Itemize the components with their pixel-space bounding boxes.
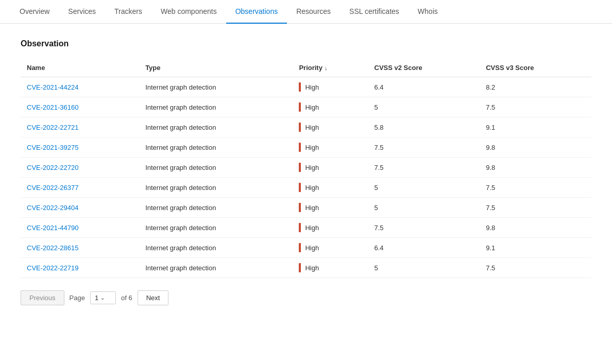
row-cvss-v2: 7.5 bbox=[368, 218, 480, 238]
of-total-pages: of 6 bbox=[121, 294, 132, 302]
row-type: Internet graph detection bbox=[139, 77, 293, 97]
priority-label: High bbox=[305, 83, 319, 91]
row-cvss-v2: 6.4 bbox=[368, 238, 480, 258]
row-priority: High bbox=[293, 77, 368, 97]
row-cvss-v2: 5 bbox=[368, 198, 480, 218]
main-content: Observation NameTypePriority↓CVSS v2 Sco… bbox=[0, 24, 612, 321]
row-name: CVE-2022-22719 bbox=[21, 258, 139, 278]
section-title: Observation bbox=[21, 39, 591, 48]
row-cvss-v3: 9.1 bbox=[480, 238, 591, 258]
cve-link[interactable]: CVE-2022-22719 bbox=[27, 264, 78, 272]
nav-tabs: OverviewServicesTrackersWeb componentsOb… bbox=[0, 0, 612, 24]
row-name: CVE-2022-22720 bbox=[21, 158, 139, 178]
row-name: CVE-2022-22721 bbox=[21, 117, 139, 137]
row-priority: High bbox=[293, 238, 368, 258]
priority-indicator bbox=[299, 243, 301, 252]
cve-link[interactable]: CVE-2022-22720 bbox=[27, 164, 78, 171]
nav-tab-trackers[interactable]: Trackers bbox=[105, 0, 151, 24]
priority-indicator bbox=[299, 163, 301, 172]
priority-label: High bbox=[305, 164, 319, 171]
page-label: Page bbox=[70, 294, 85, 302]
row-type: Internet graph detection bbox=[139, 117, 293, 137]
table-row: CVE-2021-44224Internet graph detectionHi… bbox=[21, 77, 591, 97]
cve-link[interactable]: CVE-2022-22721 bbox=[27, 124, 78, 131]
row-cvss-v3: 7.5 bbox=[480, 178, 591, 198]
cve-link[interactable]: CVE-2021-36160 bbox=[27, 103, 78, 111]
row-priority: High bbox=[293, 97, 368, 117]
row-name: CVE-2022-29404 bbox=[21, 198, 139, 218]
row-cvss-v3: 9.8 bbox=[480, 218, 591, 238]
priority-indicator bbox=[299, 143, 301, 152]
table-row: CVE-2022-22720Internet graph detectionHi… bbox=[21, 158, 591, 178]
priority-label: High bbox=[305, 144, 319, 151]
row-cvss-v2: 5.8 bbox=[368, 117, 480, 137]
table-row: CVE-2021-44790Internet graph detectionHi… bbox=[21, 218, 591, 238]
priority-label: High bbox=[305, 103, 319, 111]
row-name: CVE-2021-44224 bbox=[21, 77, 139, 97]
row-cvss-v3: 9.8 bbox=[480, 137, 591, 158]
row-cvss-v2: 7.5 bbox=[368, 137, 480, 158]
row-name: CVE-2021-39275 bbox=[21, 137, 139, 158]
current-page: 1 bbox=[95, 294, 98, 302]
row-priority: High bbox=[293, 117, 368, 137]
row-priority: High bbox=[293, 218, 368, 238]
priority-indicator bbox=[299, 203, 301, 212]
row-type: Internet graph detection bbox=[139, 218, 293, 238]
cve-link[interactable]: CVE-2021-44790 bbox=[27, 224, 78, 232]
row-type: Internet graph detection bbox=[139, 258, 293, 278]
priority-indicator bbox=[299, 263, 301, 272]
row-cvss-v2: 6.4 bbox=[368, 77, 480, 97]
col-header-cvss_v2: CVSS v2 Score bbox=[368, 59, 480, 77]
priority-indicator bbox=[299, 183, 301, 192]
priority-label: High bbox=[305, 264, 319, 272]
row-cvss-v3: 7.5 bbox=[480, 97, 591, 117]
cve-link[interactable]: CVE-2022-29404 bbox=[27, 204, 78, 212]
nav-tab-whois[interactable]: Whois bbox=[409, 0, 447, 24]
nav-tab-observations[interactable]: Observations bbox=[226, 0, 287, 24]
pagination: Previous Page 1 ⌄ of 6 Next bbox=[21, 290, 591, 305]
priority-label: High bbox=[305, 204, 319, 212]
page-select[interactable]: 1 ⌄ bbox=[90, 291, 116, 304]
col-header-cvss_v3: CVSS v3 Score bbox=[480, 59, 591, 77]
observations-table: NameTypePriority↓CVSS v2 ScoreCVSS v3 Sc… bbox=[21, 59, 591, 278]
row-cvss-v3: 9.8 bbox=[480, 158, 591, 178]
cve-link[interactable]: CVE-2021-39275 bbox=[27, 144, 78, 151]
nav-tab-web-components[interactable]: Web components bbox=[151, 0, 226, 24]
row-cvss-v3: 7.5 bbox=[480, 198, 591, 218]
next-button[interactable]: Next bbox=[138, 290, 169, 305]
cve-link[interactable]: CVE-2022-28615 bbox=[27, 244, 78, 252]
row-priority: High bbox=[293, 137, 368, 158]
row-cvss-v2: 5 bbox=[368, 178, 480, 198]
row-type: Internet graph detection bbox=[139, 137, 293, 158]
priority-indicator bbox=[299, 102, 301, 112]
col-header-name: Name bbox=[21, 59, 139, 77]
table-row: CVE-2022-26377Internet graph detectionHi… bbox=[21, 178, 591, 198]
cve-link[interactable]: CVE-2021-44224 bbox=[27, 83, 78, 91]
row-priority: High bbox=[293, 158, 368, 178]
nav-tab-overview[interactable]: Overview bbox=[10, 0, 59, 24]
col-header-priority[interactable]: Priority↓ bbox=[293, 59, 368, 77]
nav-tab-services[interactable]: Services bbox=[59, 0, 105, 24]
priority-label: High bbox=[305, 124, 319, 131]
chevron-down-icon: ⌄ bbox=[100, 295, 105, 301]
priority-label: High bbox=[305, 184, 319, 192]
previous-button[interactable]: Previous bbox=[21, 290, 64, 305]
priority-indicator bbox=[299, 123, 301, 132]
row-type: Internet graph detection bbox=[139, 198, 293, 218]
table-row: CVE-2022-29404Internet graph detectionHi… bbox=[21, 198, 591, 218]
row-type: Internet graph detection bbox=[139, 158, 293, 178]
row-cvss-v2: 5 bbox=[368, 258, 480, 278]
row-cvss-v3: 9.1 bbox=[480, 117, 591, 137]
priority-label: High bbox=[305, 224, 319, 232]
row-cvss-v3: 8.2 bbox=[480, 77, 591, 97]
nav-tab-resources[interactable]: Resources bbox=[287, 0, 340, 24]
row-name: CVE-2022-26377 bbox=[21, 178, 139, 198]
nav-tab-ssl-certificates[interactable]: SSL certificates bbox=[340, 0, 409, 24]
row-type: Internet graph detection bbox=[139, 238, 293, 258]
col-header-type: Type bbox=[139, 59, 293, 77]
row-name: CVE-2022-28615 bbox=[21, 238, 139, 258]
priority-indicator bbox=[299, 82, 301, 92]
row-name: CVE-2021-44790 bbox=[21, 218, 139, 238]
table-row: CVE-2021-39275Internet graph detectionHi… bbox=[21, 137, 591, 158]
cve-link[interactable]: CVE-2022-26377 bbox=[27, 184, 78, 192]
